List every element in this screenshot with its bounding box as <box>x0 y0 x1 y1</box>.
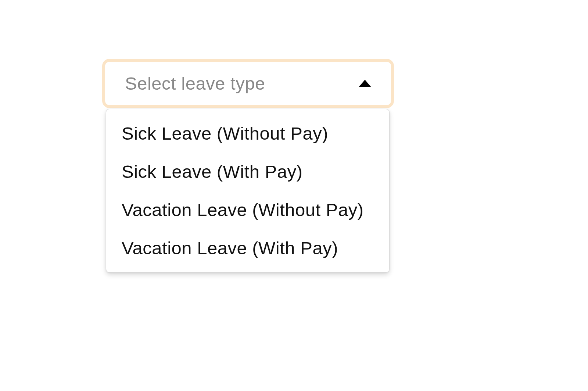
dropdown-trigger[interactable]: Select leave type <box>102 59 394 108</box>
caret-up-icon <box>359 80 371 87</box>
dropdown-option-vacation-with-pay[interactable]: Vacation Leave (With Pay) <box>106 229 389 267</box>
dropdown-option-sick-with-pay[interactable]: Sick Leave (With Pay) <box>106 153 389 191</box>
leave-type-dropdown: Select leave type Sick Leave (Without Pa… <box>102 59 394 108</box>
dropdown-menu: Sick Leave (Without Pay) Sick Leave (Wit… <box>106 109 390 273</box>
dropdown-placeholder: Select leave type <box>125 73 265 94</box>
dropdown-option-sick-without-pay[interactable]: Sick Leave (Without Pay) <box>106 114 389 153</box>
dropdown-option-vacation-without-pay[interactable]: Vacation Leave (Without Pay) <box>106 191 389 229</box>
